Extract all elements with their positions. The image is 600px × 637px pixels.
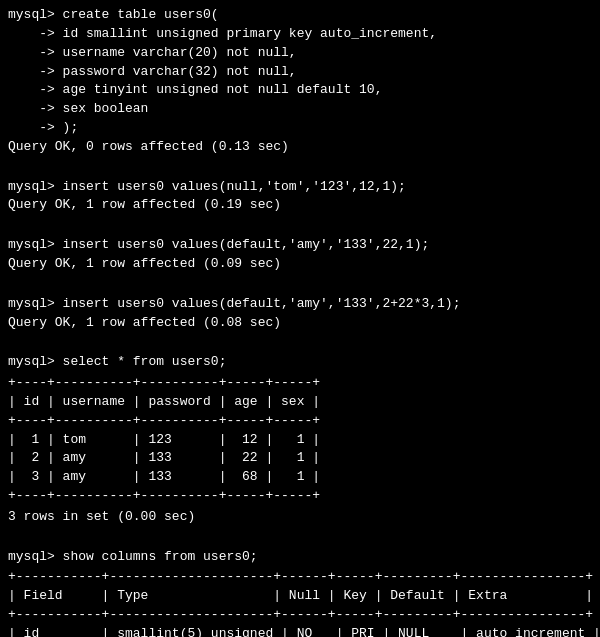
insert-amy2-section: mysql> insert users0 values(default,'amy… bbox=[8, 295, 592, 333]
line-17: Query OK, 1 row affected (0.08 sec) bbox=[8, 314, 592, 333]
select-row-1: | 1 | tom | 123 | 12 | 1 | bbox=[8, 431, 592, 450]
line-3: -> username varchar(20) not null, bbox=[8, 44, 592, 63]
col-row-1: | id | smallint(5) unsigned | NO | PRI |… bbox=[8, 625, 592, 637]
line-11: Query OK, 1 row affected (0.19 sec) bbox=[8, 196, 592, 215]
line-10: mysql> insert users0 values(null,'tom','… bbox=[8, 178, 592, 197]
line-14: Query OK, 1 row affected (0.09 sec) bbox=[8, 255, 592, 274]
terminal: mysql> create table users0( -> id smalli… bbox=[0, 0, 600, 637]
insert-tom-section: mysql> insert users0 values(null,'tom','… bbox=[8, 178, 592, 216]
line-5: -> age tinyint unsigned not null default… bbox=[8, 81, 592, 100]
select-row-2: | 2 | amy | 133 | 22 | 1 | bbox=[8, 449, 592, 468]
line-8: Query OK, 0 rows affected (0.13 sec) bbox=[8, 138, 592, 157]
select-cmd: mysql> select * from users0; bbox=[8, 353, 592, 372]
line-7: -> ); bbox=[8, 119, 592, 138]
line-1: mysql> create table users0( bbox=[8, 6, 592, 25]
select-divider-top: +----+----------+----------+-----+-----+ bbox=[8, 374, 592, 393]
line-4: -> password varchar(32) not null, bbox=[8, 63, 592, 82]
col-divider-top: +-----------+---------------------+-----… bbox=[8, 568, 592, 587]
col-header: | Field | Type | Null | Key | Default | … bbox=[8, 587, 592, 606]
show-columns-section: mysql> show columns from users0; +------… bbox=[8, 548, 592, 637]
select-table: +----+----------+----------+-----+-----+… bbox=[8, 374, 592, 506]
select-section: mysql> select * from users0; +----+-----… bbox=[8, 353, 592, 527]
select-divider-mid: +----+----------+----------+-----+-----+ bbox=[8, 412, 592, 431]
show-columns-cmd: mysql> show columns from users0; bbox=[8, 548, 592, 567]
insert-amy1-section: mysql> insert users0 values(default,'amy… bbox=[8, 236, 592, 274]
select-row-3: | 3 | amy | 133 | 68 | 1 | bbox=[8, 468, 592, 487]
line-13: mysql> insert users0 values(default,'amy… bbox=[8, 236, 592, 255]
col-divider-mid: +-----------+---------------------+-----… bbox=[8, 606, 592, 625]
line-2: -> id smallint unsigned primary key auto… bbox=[8, 25, 592, 44]
blank-3 bbox=[8, 276, 592, 295]
select-rowcount: 3 rows in set (0.00 sec) bbox=[8, 508, 592, 527]
blank-4 bbox=[8, 334, 592, 353]
select-header: | id | username | password | age | sex | bbox=[8, 393, 592, 412]
columns-table: +-----------+---------------------+-----… bbox=[8, 568, 592, 637]
line-6: -> sex boolean bbox=[8, 100, 592, 119]
blank-2 bbox=[8, 217, 592, 236]
blank-1 bbox=[8, 159, 592, 178]
line-16: mysql> insert users0 values(default,'amy… bbox=[8, 295, 592, 314]
blank-5 bbox=[8, 529, 592, 548]
select-divider-bot: +----+----------+----------+-----+-----+ bbox=[8, 487, 592, 506]
create-table-section: mysql> create table users0( -> id smalli… bbox=[8, 6, 592, 157]
